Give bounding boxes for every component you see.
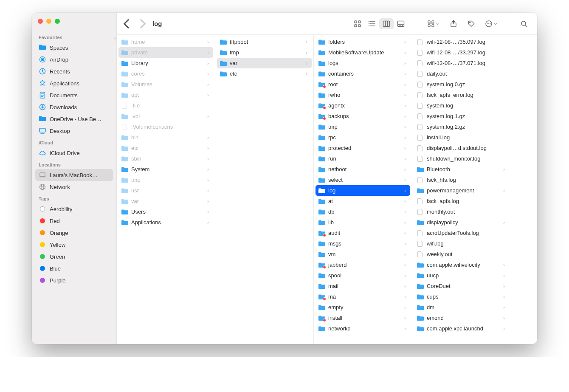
file-row[interactable]: fsck_hfs.log› — [414, 175, 509, 185]
folder-row[interactable]: run› — [315, 153, 410, 164]
folder-row[interactable]: empty› — [315, 302, 410, 313]
folder-row[interactable]: displaypolicy› — [414, 217, 509, 228]
folder-row[interactable]: jabberd› — [315, 259, 410, 270]
sidebar-item[interactable]: Laura's MacBook… — [35, 169, 113, 181]
sidebar-item[interactable]: Spaces — [35, 42, 113, 54]
file-row[interactable]: monthly.out› — [414, 206, 509, 217]
share-button[interactable] — [446, 18, 461, 29]
folder-row[interactable]: at› — [315, 196, 410, 206]
folder-row[interactable]: backups› — [315, 111, 410, 121]
folder-row[interactable]: logs› — [315, 58, 410, 68]
file-row[interactable]: wifi-12-08-…/35.097.log› — [414, 37, 509, 47]
sidebar-item[interactable]: Blue — [35, 262, 113, 274]
folder-row[interactable]: log› — [315, 185, 410, 196]
file-row[interactable]: .file› — [118, 100, 213, 111]
folder-row[interactable]: db› — [315, 206, 410, 217]
folder-row[interactable]: powermanagement› — [414, 185, 509, 196]
folder-row[interactable]: emond› — [414, 313, 509, 323]
folder-row[interactable]: tftpboot› — [217, 37, 312, 47]
folder-row[interactable]: root› — [315, 79, 410, 90]
view-columns-button[interactable] — [379, 18, 394, 29]
file-row[interactable]: fsck_apfs.log› — [414, 196, 509, 206]
folder-row[interactable]: var› — [217, 58, 312, 68]
forward-button[interactable] — [136, 18, 148, 30]
folder-row[interactable]: tmp› — [315, 121, 410, 132]
folder-row[interactable]: select› — [315, 175, 410, 185]
folder-row[interactable]: networkd› — [315, 323, 410, 334]
sidebar-item[interactable]: Red — [35, 215, 113, 227]
fullscreen-window-button[interactable] — [55, 19, 60, 24]
folder-row[interactable]: .vol› — [118, 111, 213, 121]
minimize-window-button[interactable] — [46, 19, 51, 24]
folder-row[interactable]: spool› — [315, 270, 410, 281]
file-row[interactable]: fsck_apfs_error.log› — [414, 90, 509, 100]
folder-row[interactable]: Users› — [118, 206, 213, 217]
tags-button[interactable] — [464, 18, 479, 29]
folder-row[interactable]: vm› — [315, 249, 410, 259]
close-window-button[interactable] — [38, 19, 43, 24]
folder-row[interactable]: bin› — [118, 132, 213, 143]
sidebar-item[interactable]: Aerobility — [35, 203, 113, 215]
file-row[interactable]: displaypoli…d.stdout.log› — [414, 143, 509, 153]
folder-row[interactable]: netboot› — [315, 164, 410, 175]
folder-row[interactable]: folders› — [315, 37, 410, 47]
sidebar-item[interactable]: Desktop — [35, 125, 113, 137]
folder-row[interactable]: dm› — [414, 302, 509, 313]
sidebar-item[interactable]: iCloud Drive — [35, 147, 113, 159]
folder-row[interactable]: System› — [118, 164, 213, 175]
folder-row[interactable]: cores› — [118, 68, 213, 79]
folder-row[interactable]: lib› — [315, 217, 410, 228]
sidebar-item[interactable]: Documents — [35, 89, 113, 101]
folder-row[interactable]: private› — [118, 47, 213, 58]
sidebar-item[interactable]: Recents — [35, 65, 113, 77]
folder-row[interactable]: CoreDuet› — [414, 281, 509, 291]
folder-row[interactable]: Applications› — [118, 217, 213, 228]
sidebar-item[interactable]: Downloads — [35, 101, 113, 113]
folder-row[interactable]: tmp› — [118, 175, 213, 185]
file-row[interactable]: .VolumeIcon.icns› — [118, 121, 213, 132]
sidebar-item[interactable]: Orange — [35, 227, 113, 239]
search-button[interactable] — [517, 18, 531, 29]
file-row[interactable]: wifi-12-08-…/37.071.log› — [414, 58, 509, 68]
folder-row[interactable]: sbin› — [118, 153, 213, 164]
folder-row[interactable]: protected› — [315, 143, 410, 153]
folder-row[interactable]: uucp› — [414, 270, 509, 281]
folder-row[interactable]: rwho› — [315, 90, 410, 100]
folder-row[interactable]: Library› — [118, 58, 213, 68]
file-row[interactable]: daily.out› — [414, 68, 509, 79]
sidebar-item[interactable]: Green — [35, 251, 113, 262]
folder-row[interactable]: msgs› — [315, 238, 410, 249]
file-row[interactable]: weekly.out› — [414, 249, 509, 259]
folder-row[interactable]: etc› — [217, 68, 312, 79]
folder-row[interactable]: agentx› — [315, 100, 410, 111]
folder-row[interactable]: com.apple.xpc.launchd› — [414, 323, 509, 334]
folder-row[interactable]: usr› — [118, 185, 213, 196]
folder-row[interactable]: var› — [118, 196, 213, 206]
actions-button[interactable] — [482, 18, 501, 29]
folder-row[interactable]: rpc› — [315, 132, 410, 143]
folder-row[interactable]: ma› — [315, 291, 410, 302]
folder-row[interactable]: home› — [118, 37, 213, 47]
folder-row[interactable]: etc› — [118, 143, 213, 153]
folder-row[interactable]: tmp› — [217, 47, 312, 58]
folder-row[interactable]: mail› — [315, 281, 410, 291]
file-row[interactable]: acroUpdaterTools.log› — [414, 228, 509, 238]
file-row[interactable]: wifi.log› — [414, 238, 509, 249]
file-row[interactable]: install.log› — [414, 132, 509, 143]
file-row[interactable]: system.log› — [414, 100, 509, 111]
folder-row[interactable]: cups› — [414, 291, 509, 302]
folder-row[interactable]: opt› — [118, 90, 213, 100]
file-row[interactable]: system.log.1.gz› — [414, 111, 509, 121]
file-row[interactable]: system.log.0.gz› — [414, 79, 509, 90]
view-list-button[interactable] — [365, 18, 379, 29]
folder-row[interactable]: audit› — [315, 228, 410, 238]
folder-row[interactable]: MobileSoftwareUpdate› — [315, 47, 410, 58]
sidebar-item[interactable]: Yellow — [35, 239, 113, 251]
folder-row[interactable]: com.apple.wifivelocity› — [414, 259, 509, 270]
sidebar-item[interactable]: Network — [35, 181, 113, 193]
groupby-button[interactable] — [424, 18, 443, 29]
sidebar-item[interactable]: AirDrop — [35, 54, 113, 65]
file-row[interactable]: shutdown_monitor.log› — [414, 153, 509, 164]
file-row[interactable]: wifi-12-08-…/33.297.log› — [414, 47, 509, 58]
sidebar-item[interactable]: Applications — [35, 77, 113, 89]
